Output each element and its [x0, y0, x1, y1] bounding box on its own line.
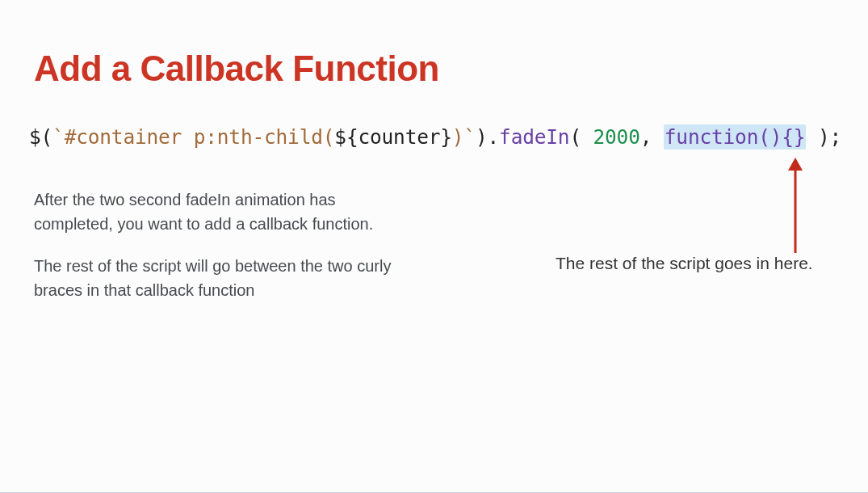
- code-token-template-literal: `#container p:nth-child(: [52, 125, 334, 149]
- code-token-variable: counter: [358, 125, 440, 149]
- arrow-annotation-text: The rest of the script goes in here.: [556, 254, 813, 273]
- svg-marker-1: [788, 158, 803, 171]
- code-token-method: fadeIn: [499, 125, 569, 149]
- code-token-template-literal: )`: [452, 125, 476, 149]
- description-paragraph-2: The rest of the script will go between t…: [34, 254, 413, 302]
- code-token: ,: [640, 125, 664, 149]
- code-token: ).: [476, 125, 499, 149]
- code-snippet: $(`#container p:nth-child(${counter})`).…: [29, 125, 841, 149]
- code-token: ${: [334, 125, 358, 149]
- code-token: $(: [29, 125, 52, 149]
- code-token: (: [569, 125, 593, 149]
- code-token: }: [440, 125, 452, 149]
- arrow-up-icon: [786, 158, 805, 253]
- description-paragraph-1: After the two second fadeIn animation ha…: [34, 188, 413, 236]
- code-token-callback-highlight: function(){}: [664, 124, 807, 150]
- code-token: );: [806, 125, 841, 149]
- slide-title: Add a Callback Function: [34, 48, 439, 89]
- code-token-number: 2000: [593, 125, 640, 149]
